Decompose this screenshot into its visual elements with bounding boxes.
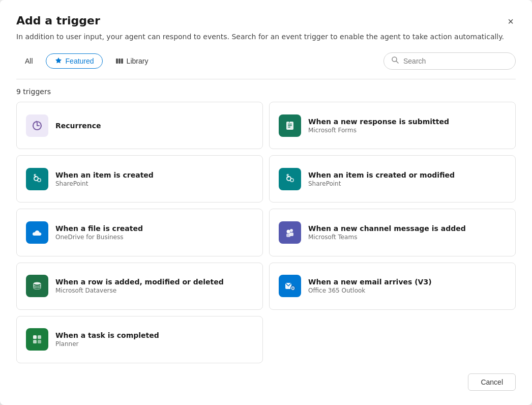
svg-rect-27: [283, 225, 297, 240]
tab-all[interactable]: All: [16, 53, 42, 69]
star-icon: [54, 57, 63, 65]
svg-line-4: [396, 61, 398, 63]
search-input[interactable]: [403, 57, 508, 65]
dataverse-icon: [26, 275, 48, 297]
trigger-sharepoint-modify[interactable]: S When an item is created or modified Sh…: [269, 155, 516, 202]
trigger-onedrive[interactable]: When a file is created OneDrive for Busi…: [16, 209, 263, 256]
trigger-app: Planner: [55, 340, 253, 348]
trigger-text: When an item is created or modified Shar…: [308, 171, 506, 187]
onedrive-icon: [26, 221, 48, 244]
svg-text:S: S: [34, 174, 37, 179]
trigger-app: SharePoint: [55, 180, 253, 187]
search-icon: [391, 56, 399, 66]
trigger-dataverse[interactable]: When a row is added, modified or deleted…: [16, 263, 263, 310]
trigger-text: When a new email arrives (V3) Office 365…: [308, 278, 506, 294]
forms-icon: F: [279, 114, 301, 137]
trigger-app: OneDrive for Business: [55, 234, 253, 241]
svg-text:F: F: [289, 120, 291, 124]
trigger-text: When an item is created SharePoint: [55, 171, 253, 187]
svg-rect-42: [38, 340, 41, 343]
svg-text:O: O: [291, 286, 295, 291]
trigger-planner[interactable]: When a task is completed Planner: [16, 316, 263, 363]
dialog-header: Add a trigger × In addition to user inpu…: [0, 0, 532, 42]
trigger-name: Recurrence: [55, 122, 253, 130]
planner-icon: [26, 328, 48, 351]
trigger-app: Microsoft Dataverse: [55, 287, 253, 294]
trigger-forms[interactable]: F When a new response is submitted Micro…: [269, 102, 516, 149]
search-box[interactable]: [383, 52, 516, 70]
trigger-app: Office 365 Outlook: [308, 287, 506, 294]
sharepoint-create-icon: S: [26, 168, 48, 190]
trigger-name: When a new channel message is added: [308, 224, 506, 233]
svg-point-30: [287, 229, 290, 233]
trigger-name: When a new email arrives (V3): [308, 278, 506, 286]
triggers-count: 9 triggers: [0, 79, 532, 102]
trigger-text: When a file is created OneDrive for Busi…: [55, 224, 253, 241]
trigger-name: When an item is created: [55, 171, 253, 179]
svg-point-28: [290, 229, 293, 232]
trigger-name: When a file is created: [55, 224, 253, 233]
trigger-name: When a new response is submitted: [308, 118, 506, 126]
trigger-text: When a row is added, modified or deleted…: [55, 278, 253, 294]
svg-rect-11: [288, 125, 292, 126]
add-trigger-dialog: Add a trigger × In addition to user inpu…: [0, 0, 532, 405]
svg-rect-2: [121, 59, 123, 64]
svg-text:S: S: [286, 174, 289, 179]
recurrence-icon: [26, 114, 48, 137]
trigger-name: When a row is added, modified or deleted: [55, 278, 253, 286]
library-icon: [115, 57, 124, 65]
dialog-subtitle: In addition to user input, your agent ca…: [16, 32, 516, 42]
svg-rect-10: [288, 124, 292, 125]
trigger-teams[interactable]: When a new channel message is added Micr…: [269, 209, 516, 256]
cancel-button[interactable]: Cancel: [468, 373, 516, 391]
trigger-text: Recurrence: [55, 122, 253, 130]
triggers-grid: Recurrence F When a new response is subm…: [0, 102, 532, 363]
trigger-text: When a new response is submitted Microso…: [308, 118, 506, 134]
filter-tabs: All Featured Library: [16, 53, 157, 69]
trigger-name: When an item is created or modified: [308, 171, 506, 179]
outlook-icon: O: [279, 275, 301, 297]
svg-rect-1: [119, 59, 121, 64]
teams-icon: [279, 221, 301, 244]
trigger-app: SharePoint: [308, 180, 506, 187]
svg-rect-12: [288, 127, 290, 128]
tab-library[interactable]: Library: [107, 53, 157, 69]
filter-row: All Featured Library: [0, 42, 532, 70]
trigger-app: Microsoft Forms: [308, 127, 506, 134]
trigger-text: When a new channel message is added Micr…: [308, 224, 506, 241]
sharepoint-modify-icon: S: [279, 168, 301, 190]
tab-library-label: Library: [127, 57, 149, 65]
trigger-text: When a task is completed Planner: [55, 331, 253, 348]
tab-featured[interactable]: Featured: [46, 53, 103, 69]
svg-point-18: [38, 179, 40, 181]
title-row: Add a trigger ×: [16, 14, 516, 28]
svg-rect-39: [33, 335, 37, 339]
svg-rect-41: [33, 340, 37, 343]
close-button[interactable]: ×: [506, 14, 516, 28]
trigger-name: When a task is completed: [55, 331, 253, 339]
dialog-footer: Cancel: [0, 363, 532, 405]
svg-rect-0: [116, 59, 118, 64]
trigger-outlook[interactable]: O When a new email arrives (V3) Office 3…: [269, 263, 516, 310]
dialog-title: Add a trigger: [16, 14, 100, 27]
trigger-recurrence[interactable]: Recurrence: [16, 102, 263, 149]
svg-point-33: [34, 282, 41, 285]
svg-point-24: [291, 179, 293, 181]
svg-rect-38: [30, 332, 44, 346]
svg-rect-40: [38, 335, 41, 339]
trigger-sharepoint-create[interactable]: S When an item is created SharePoint: [16, 155, 263, 202]
trigger-app: Microsoft Teams: [308, 234, 506, 241]
svg-rect-31: [286, 234, 290, 237]
tab-featured-label: Featured: [66, 57, 94, 65]
